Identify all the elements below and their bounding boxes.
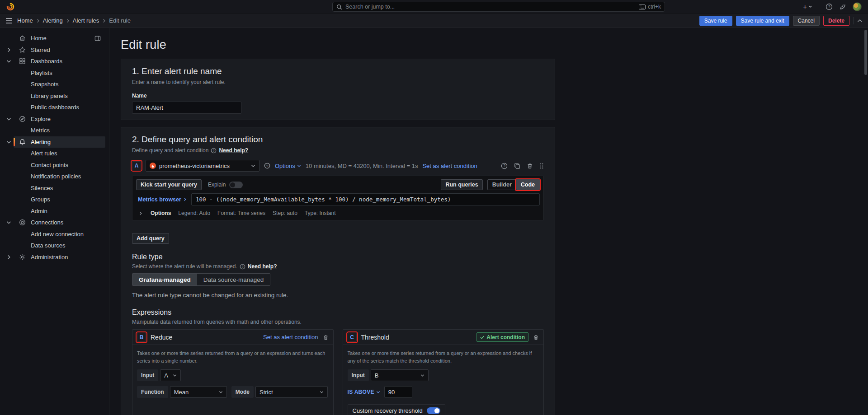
svg-text:?: ?: [266, 164, 269, 168]
code-mode-option[interactable]: Code: [516, 180, 539, 190]
breadcrumb-alert-rules[interactable]: Alert rules: [73, 17, 99, 24]
alert-condition-badge: Alert condition: [476, 332, 528, 342]
builder-mode-option[interactable]: Builder: [488, 180, 516, 190]
breadcrumb-home[interactable]: Home: [17, 17, 33, 24]
datasource-picker[interactable]: prometheus-victoriametrics: [146, 160, 259, 172]
query-help-icon[interactable]: ?: [501, 163, 508, 169]
duplicate-icon[interactable]: [514, 163, 520, 169]
sidebar-item-alerting[interactable]: Alerting: [0, 136, 109, 148]
help-icon[interactable]: ?: [826, 3, 833, 10]
expressions-title: Expressions: [132, 308, 544, 317]
cancel-button[interactable]: Cancel: [793, 16, 820, 26]
explain-toggle[interactable]: [229, 182, 243, 188]
plus-icon: +: [803, 3, 807, 10]
sidebar-item-playlists[interactable]: Playlists: [0, 67, 109, 79]
new-menu-button[interactable]: +: [803, 3, 812, 10]
chevron-right-icon: [36, 19, 40, 23]
threshold-ref-badge[interactable]: C: [348, 333, 357, 342]
grafana-logo[interactable]: [6, 3, 14, 11]
sidebar-item-starred[interactable]: Starred: [0, 44, 109, 56]
threshold-condition-select[interactable]: IS ABOVE: [348, 389, 380, 395]
query-ref-badge[interactable]: A: [132, 161, 141, 170]
need-help-link[interactable]: Need help?: [219, 147, 248, 154]
rule-name-input[interactable]: [132, 102, 241, 114]
query-options-toggle[interactable]: Options: [275, 163, 301, 169]
run-queries-button[interactable]: Run queries: [441, 179, 482, 190]
reduce-mode-select[interactable]: Strict: [255, 386, 328, 398]
apps-grid-icon: [16, 58, 28, 65]
step2-title: 2. Define query and alert condition: [132, 135, 544, 145]
collapse-bar-icon[interactable]: [857, 19, 863, 23]
reduce-ref-badge[interactable]: B: [137, 333, 146, 342]
user-avatar[interactable]: [853, 2, 862, 11]
sidebar-item-data-sources[interactable]: Data sources: [0, 240, 109, 252]
chevron-down-icon[interactable]: [4, 140, 14, 144]
scrollbar-thumb[interactable]: [864, 30, 867, 75]
save-rule-button[interactable]: Save rule: [699, 16, 732, 26]
svg-text:?: ?: [213, 148, 215, 152]
sidebar-item-administration[interactable]: Administration: [0, 252, 109, 263]
reduce-input-select[interactable]: A: [160, 369, 181, 381]
delete-expression-icon[interactable]: [533, 334, 539, 340]
save-rule-and-exit-button[interactable]: Save rule and exit: [736, 16, 789, 26]
chevron-down-icon: [173, 373, 177, 377]
reduce-set-alert-condition-link[interactable]: Set as alert condition: [263, 334, 318, 340]
rule-type-need-help-link[interactable]: Need help?: [248, 263, 277, 270]
sidebar-item-dashboards[interactable]: Dashboards: [0, 56, 109, 67]
sidebar-item-public-dashboards[interactable]: Public dashboards: [0, 102, 109, 113]
delete-button[interactable]: Delete: [823, 16, 849, 26]
rule-type-datasource-managed[interactable]: Data source-managed: [197, 274, 270, 285]
page-title: Edit rule: [121, 38, 868, 52]
sidebar-item-connections[interactable]: Connections: [0, 217, 109, 228]
rule-type-grafana-managed[interactable]: Grafana-managed: [132, 274, 197, 285]
delete-expression-icon[interactable]: [323, 334, 329, 340]
datasource-name: prometheus-victoriametrics: [159, 163, 230, 169]
drag-handle-icon[interactable]: [539, 163, 544, 169]
query-options-row[interactable]: Options Legend: Auto Format: Time series…: [136, 209, 540, 216]
sidebar-item-metrics[interactable]: Metrics: [0, 125, 109, 136]
rule-type-group: Grafana-managed Data source-managed: [132, 273, 270, 286]
threshold-value-input[interactable]: [384, 386, 412, 398]
set-alert-condition-link[interactable]: Set as alert condition: [422, 163, 477, 169]
search-input[interactable]: Search or jump to... ctrl+k: [332, 2, 665, 12]
metrics-browser-toggle[interactable]: Metrics browser: [136, 193, 191, 205]
compass-icon: [16, 116, 28, 122]
chevron-down-icon[interactable]: [4, 59, 14, 63]
sidebar-item-alerting-active[interactable]: Alerting: [14, 136, 105, 148]
query-meta: 10 minutes, MD = 43200, Min. Interval = …: [306, 163, 418, 169]
menu-toggle-icon[interactable]: [5, 18, 13, 24]
sidebar-item-snapshots[interactable]: Snapshots: [0, 79, 109, 90]
custom-recovery-threshold-control: Custom recovery threshold: [348, 404, 445, 415]
reduce-function-select[interactable]: Mean: [170, 386, 227, 398]
sidebar-item-groups[interactable]: Groups: [0, 194, 109, 205]
sidebar-item-admin[interactable]: Admin: [0, 205, 109, 217]
sidebar-item-alert-rules[interactable]: Alert rules: [0, 148, 109, 159]
sidebar-item-silences[interactable]: Silences: [0, 182, 109, 194]
chevron-down-icon[interactable]: [4, 117, 14, 121]
sidebar-item-home[interactable]: Home: [0, 33, 109, 44]
breadcrumb-alerting[interactable]: Alerting: [43, 17, 63, 24]
add-query-button[interactable]: Add query: [132, 233, 169, 244]
expressions-subtitle: Manipulate data returned from queries wi…: [132, 319, 544, 325]
chevron-down-icon: [219, 390, 223, 394]
kick-start-query-button[interactable]: Kick start your query: [136, 179, 202, 190]
sidebar-item-contact-points[interactable]: Contact points: [0, 159, 109, 171]
sidebar-item-library-panels[interactable]: Library panels: [0, 90, 109, 102]
chevron-down-icon: [297, 164, 301, 168]
dock-sidebar-icon[interactable]: [94, 35, 101, 42]
sidebar-item-add-new-connection[interactable]: Add new connection: [0, 228, 109, 240]
threshold-input-select[interactable]: B: [371, 369, 429, 381]
chevron-right-icon[interactable]: [4, 255, 14, 260]
delete-query-icon[interactable]: [527, 163, 533, 169]
promql-expression-input[interactable]: 100 - ((node_memory_MemAvailable_bytes *…: [191, 193, 540, 205]
chevron-down-icon: [320, 390, 324, 394]
rule-type-section: Rule type Select where the alert rule wi…: [132, 253, 544, 298]
chevron-right-icon[interactable]: [4, 47, 14, 52]
star-icon: [16, 47, 28, 53]
news-icon[interactable]: [839, 3, 846, 10]
chevron-down-icon[interactable]: [4, 220, 14, 224]
legend-option: Legend: Auto: [178, 210, 210, 216]
sidebar-item-notification-policies[interactable]: Notification policies: [0, 171, 109, 182]
sidebar-item-explore[interactable]: Explore: [0, 113, 109, 125]
custom-recovery-threshold-toggle[interactable]: [427, 407, 440, 414]
